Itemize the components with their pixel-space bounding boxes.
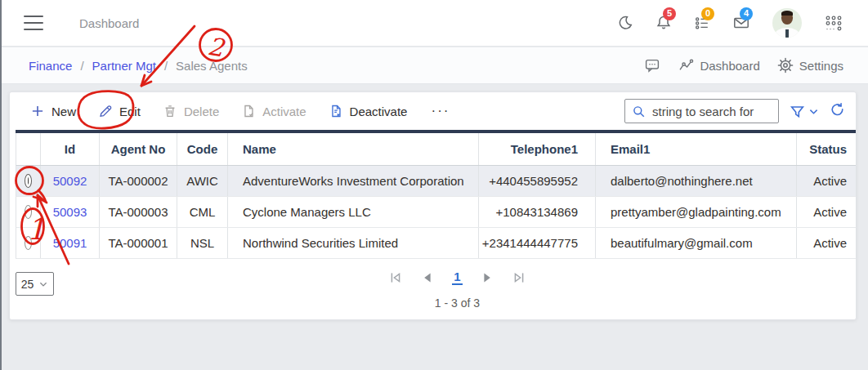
moon-icon xyxy=(617,15,633,31)
notifications-badge: 5 xyxy=(663,7,676,20)
pagination: 25 1 1 - 3 of 3 xyxy=(10,259,856,319)
deactivate-button[interactable]: Deactivate xyxy=(329,104,408,118)
row-code: CML xyxy=(177,197,228,227)
toolbar-right xyxy=(624,99,845,123)
apps-grid-icon xyxy=(824,14,843,32)
activate-button[interactable]: Activate xyxy=(241,104,306,118)
row-status: Active xyxy=(797,228,857,258)
table-row[interactable]: 50092 TA-000002 AWIC AdventureWorks Inve… xyxy=(16,166,856,197)
dashboard-link-label: Dashboard xyxy=(700,59,759,73)
row-name: AdventureWorks Investment Corporation xyxy=(228,166,479,196)
delete-button[interactable]: Delete xyxy=(163,104,219,118)
table-row[interactable]: 50093 TA-000003 CML Cyclone Managers LLC… xyxy=(16,197,856,228)
hamburger-menu-button[interactable] xyxy=(24,16,43,30)
search-icon xyxy=(632,105,646,118)
breadcrumb-separator: / xyxy=(80,59,83,73)
toolbar: New Edit Delete Activate Deactivate ··· xyxy=(10,92,856,130)
search-input[interactable] xyxy=(651,104,774,119)
last-page-button[interactable] xyxy=(512,270,526,285)
next-page-button[interactable] xyxy=(480,270,494,285)
chevron-down-icon xyxy=(808,106,819,117)
delete-button-label: Delete xyxy=(184,105,219,118)
notifications-button[interactable]: 5 xyxy=(655,15,672,31)
row-radio-selected[interactable] xyxy=(25,174,32,188)
row-code: AWIC xyxy=(177,166,228,196)
app-title: Dashboard xyxy=(79,16,139,30)
next-page-icon xyxy=(480,270,494,285)
header-name[interactable]: Name xyxy=(228,133,479,165)
tasks-button[interactable]: 0 xyxy=(694,15,710,31)
edit-button[interactable]: Edit xyxy=(98,104,141,118)
feedback-button[interactable] xyxy=(644,57,660,74)
settings-link[interactable]: Settings xyxy=(777,57,843,74)
comment-icon xyxy=(644,57,660,74)
row-agent-no: TA-000003 xyxy=(100,197,177,227)
breadcrumb-bar: Finance / Partner Mgt / Sales Agents Das… xyxy=(2,47,868,84)
breadcrumb-separator: / xyxy=(164,59,168,73)
messages-button[interactable]: 4 xyxy=(732,15,750,31)
messages-badge: 4 xyxy=(740,7,753,20)
previous-page-button[interactable] xyxy=(420,270,435,285)
gear-icon xyxy=(777,57,794,74)
row-id-link[interactable]: 50091 xyxy=(53,236,87,250)
analytics-icon xyxy=(678,57,694,74)
row-id-link[interactable]: 50092 xyxy=(53,174,87,188)
document-x-icon xyxy=(329,104,343,118)
plus-icon xyxy=(30,104,45,118)
row-name: Cyclone Managers LLC xyxy=(228,197,479,227)
row-email1: beautifulmary@gmail.com xyxy=(596,228,797,258)
breadcrumb-finance[interactable]: Finance xyxy=(29,59,72,73)
agents-table: Id Agent No Code Name Telephone1 Email1 … xyxy=(16,130,856,259)
row-agent-no: TA-000002 xyxy=(100,166,177,196)
funnel-icon xyxy=(790,104,805,119)
row-telephone1: +10843134869 xyxy=(479,197,596,227)
table-row[interactable]: 50091 TA-000001 NSL Northwind Securities… xyxy=(16,228,856,259)
search-box[interactable] xyxy=(624,99,779,123)
pencil-icon xyxy=(98,104,113,118)
activate-button-label: Activate xyxy=(262,105,306,118)
row-name: Northwind Securities Limited xyxy=(228,228,479,258)
row-telephone1: +2341444447775 xyxy=(479,228,596,258)
header-id[interactable]: Id xyxy=(41,133,100,165)
breadcrumb: Finance / Partner Mgt / Sales Agents xyxy=(29,59,248,73)
edit-button-label: Edit xyxy=(119,105,141,118)
breadcrumb-partner-mgt[interactable]: Partner Mgt xyxy=(92,59,156,73)
avatar-hair xyxy=(781,11,793,16)
first-page-icon xyxy=(388,270,403,285)
page-size-value: 25 xyxy=(21,278,34,291)
breadcrumb-actions: Dashboard Settings xyxy=(644,57,843,74)
row-status: Active xyxy=(797,166,857,196)
previous-page-icon xyxy=(420,270,435,285)
header-telephone1[interactable]: Telephone1 xyxy=(479,133,596,165)
row-radio[interactable] xyxy=(25,236,32,250)
filter-button[interactable] xyxy=(790,104,819,119)
row-code: NSL xyxy=(177,228,228,258)
dark-mode-toggle[interactable] xyxy=(617,15,633,31)
user-avatar[interactable] xyxy=(772,8,802,38)
refresh-button[interactable] xyxy=(830,102,845,121)
deactivate-button-label: Deactivate xyxy=(350,105,408,118)
last-page-icon xyxy=(512,270,526,285)
header-status[interactable]: Status xyxy=(797,133,857,165)
tasks-badge: 0 xyxy=(701,7,714,20)
avatar-tie xyxy=(785,29,789,38)
header-select xyxy=(16,133,41,165)
row-radio[interactable] xyxy=(25,205,32,219)
header-agent-no[interactable]: Agent No xyxy=(100,133,177,165)
topbar-actions: 5 0 4 xyxy=(617,8,843,38)
dashboard-link[interactable]: Dashboard xyxy=(678,57,759,74)
more-actions-button[interactable]: ··· xyxy=(429,103,451,119)
apps-grid-button[interactable] xyxy=(824,14,843,32)
breadcrumb-current-page: Sales Agents xyxy=(176,59,248,73)
row-email1: dalberto@nothinghere.net xyxy=(596,166,797,196)
new-button[interactable]: New xyxy=(30,104,76,118)
document-check-icon xyxy=(241,104,256,118)
header-email1[interactable]: Email1 xyxy=(596,133,797,165)
page-number-1[interactable]: 1 xyxy=(452,270,462,285)
row-id-link[interactable]: 50093 xyxy=(53,205,87,219)
row-status: Active xyxy=(797,197,857,227)
row-telephone1: +440455895952 xyxy=(479,166,596,196)
header-code[interactable]: Code xyxy=(177,133,228,165)
first-page-button[interactable] xyxy=(388,270,403,285)
top-bar: Dashboard 5 0 4 xyxy=(2,0,868,47)
